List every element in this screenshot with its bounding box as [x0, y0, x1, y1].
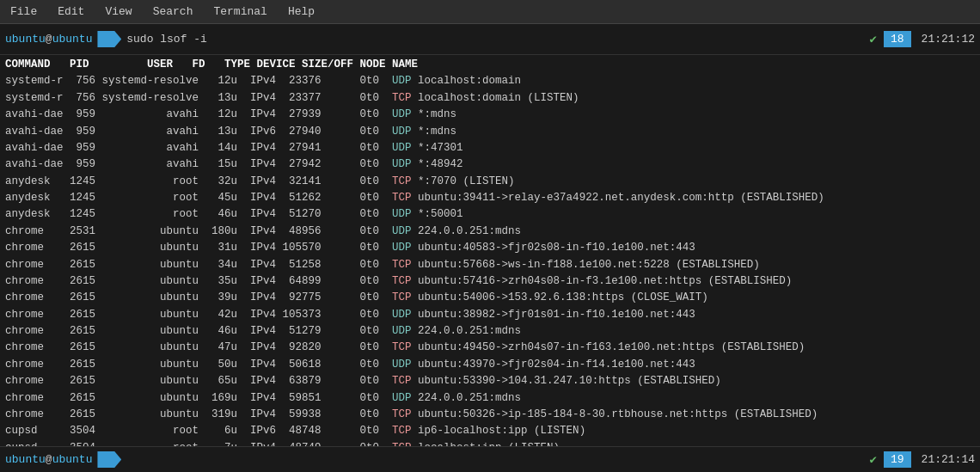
bottom-prompt-user: ubuntu	[5, 453, 46, 466]
table-row: chrome 2615 ubuntu 39u IPv4 92775 0t0 TC…	[5, 290, 975, 306]
table-row: avahi-dae 959 avahi 14u IPv4 27941 0t0 U…	[5, 140, 975, 156]
menu-search[interactable]: Search	[150, 3, 197, 20]
terminal-output: COMMAND PID USER FD TYPE DEVICE SIZE/OFF…	[0, 55, 980, 446]
bottom-check-icon: ✔	[870, 452, 877, 467]
table-row: chrome 2615 ubuntu 42u IPv4 105373 0t0 U…	[5, 307, 975, 323]
table-row: anydesk 1245 root 45u IPv4 51262 0t0 TCP…	[5, 190, 975, 206]
table-row: avahi-dae 959 avahi 12u IPv4 27939 0t0 U…	[5, 107, 975, 123]
table-row: chrome 2615 ubuntu 34u IPv4 51258 0t0 TC…	[5, 257, 975, 273]
right-status: ✔ 18 21:21:12	[870, 31, 975, 47]
header-line: COMMAND PID USER FD TYPE DEVICE SIZE/OFF…	[5, 57, 975, 73]
table-row: chrome 2615 ubuntu 50u IPv4 50618 0t0 UD…	[5, 357, 975, 373]
status-num: 18	[884, 31, 911, 47]
status-time: 21:21:12	[922, 33, 975, 46]
table-row: chrome 2615 ubuntu 35u IPv4 64899 0t0 TC…	[5, 273, 975, 290]
bottom-prompt-arrow	[97, 451, 121, 468]
table-row: chrome 2615 ubuntu 31u IPv4 105570 0t0 U…	[5, 240, 975, 256]
top-prompt-bar: ubuntu @ ubuntu sudo lsof -i ✔ 18 21:21:…	[0, 24, 980, 55]
prompt-arrow	[97, 31, 121, 47]
menu-edit[interactable]: Edit	[54, 3, 88, 20]
table-row: chrome 2615 ubuntu 47u IPv4 92820 0t0 TC…	[5, 340, 975, 356]
menu-terminal[interactable]: Terminal	[210, 3, 270, 20]
check-icon: ✔	[870, 32, 877, 46]
table-row: chrome 2615 ubuntu 65u IPv4 63879 0t0 TC…	[5, 373, 975, 389]
menu-bar: File Edit View Search Terminal Help	[0, 0, 980, 24]
table-row: anydesk 1245 root 46u IPv4 51270 0t0 UDP…	[5, 206, 975, 223]
table-row: cupsd 3504 root 7u IPv4 48749 0t0 TCP lo…	[5, 440, 975, 446]
prompt-user: ubuntu	[5, 33, 46, 46]
table-row: chrome 2615 ubuntu 46u IPv4 51279 0t0 UD…	[5, 323, 975, 340]
bottom-prompt-bar[interactable]: ubuntu @ ubuntu ✔ 19 21:21:14	[0, 446, 980, 472]
bottom-status-time: 21:21:14	[922, 453, 975, 466]
prompt-command: sudo lsof -i	[126, 33, 207, 46]
bottom-prompt-host: ubuntu	[52, 453, 93, 466]
table-row: systemd-r 756 systemd-resolve 12u IPv4 2…	[5, 73, 975, 89]
prompt-at: @	[46, 33, 52, 46]
table-row: systemd-r 756 systemd-resolve 13u IPv4 2…	[5, 90, 975, 107]
menu-view[interactable]: View	[101, 3, 135, 20]
table-row: avahi-dae 959 avahi 15u IPv4 27942 0t0 U…	[5, 156, 975, 173]
table-row: chrome 2615 ubuntu 319u IPv4 59938 0t0 T…	[5, 407, 975, 423]
bottom-right-status: ✔ 19 21:21:14	[870, 451, 975, 468]
table-row: anydesk 1245 root 32u IPv4 32141 0t0 TCP…	[5, 174, 975, 190]
menu-help[interactable]: Help	[285, 3, 318, 20]
table-row: cupsd 3504 root 6u IPv6 48748 0t0 TCP ip…	[5, 423, 975, 439]
table-row: chrome 2531 ubuntu 180u IPv4 48956 0t0 U…	[5, 224, 975, 240]
table-row: chrome 2615 ubuntu 169u IPv4 59851 0t0 U…	[5, 390, 975, 407]
menu-file[interactable]: File	[7, 3, 40, 20]
bottom-status-num: 19	[884, 451, 911, 468]
table-row: avahi-dae 959 avahi 13u IPv6 27940 0t0 U…	[5, 124, 975, 140]
bottom-prompt-at: @	[46, 453, 52, 466]
prompt-host: ubuntu	[52, 33, 93, 46]
